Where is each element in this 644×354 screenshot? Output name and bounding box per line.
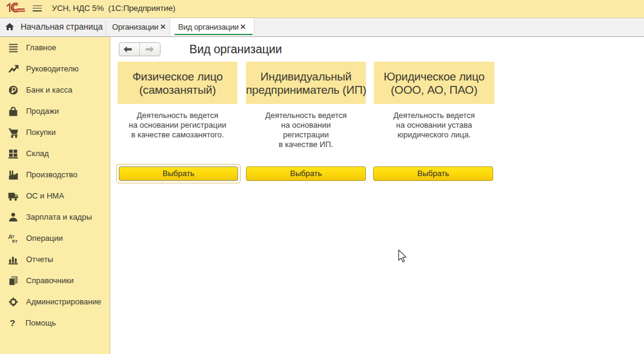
svg-text:Кт: Кт [12, 238, 18, 244]
